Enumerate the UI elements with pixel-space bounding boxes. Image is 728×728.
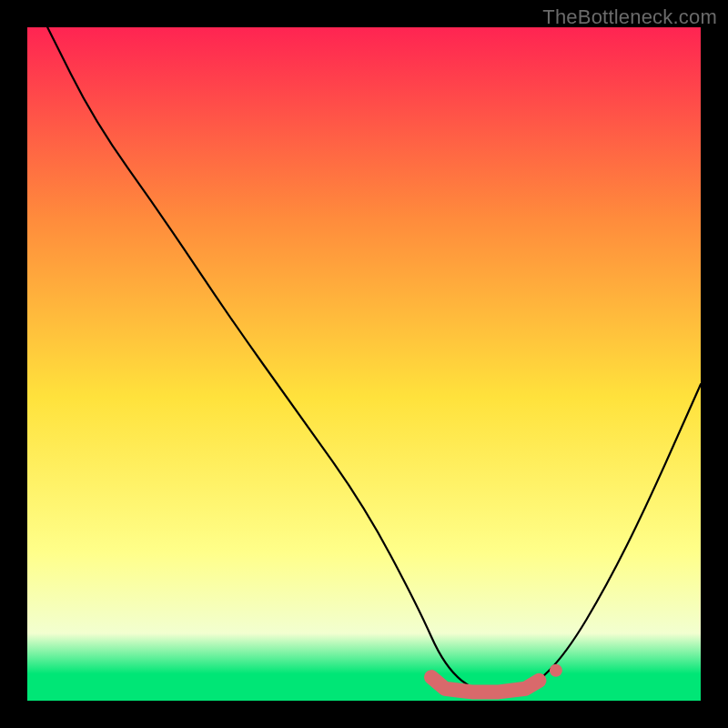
watermark-text: TheBottleneck.com [542,5,717,29]
plot-area [27,27,701,701]
gradient-background [27,27,701,701]
optimal-point-dot [550,664,562,677]
chart-frame: TheBottleneck.com [0,0,728,728]
chart-svg [27,27,701,701]
